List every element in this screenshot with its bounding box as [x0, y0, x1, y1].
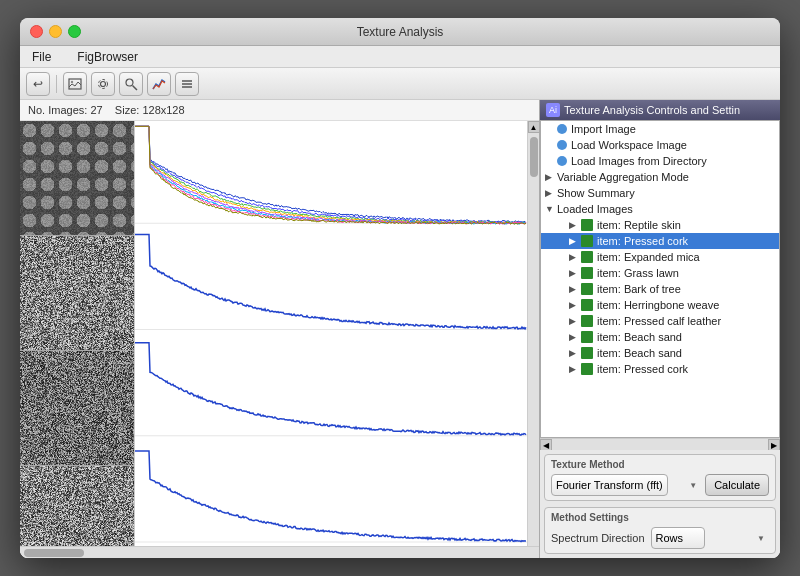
spectrum-direction-select[interactable]: Rows Columns Both	[651, 527, 705, 549]
tree-arrow-icon: ▶	[569, 300, 581, 310]
texture-method-row: Fourier Transform (fft) Wavelet Co-occur…	[551, 474, 769, 496]
toolbar-settings-btn[interactable]	[91, 72, 115, 96]
toolbar-back-btn[interactable]: ↩	[26, 72, 50, 96]
chart-area	[135, 121, 527, 546]
tree-item-variable-aggregation[interactable]: ▶Variable Aggregation Mode	[541, 169, 779, 185]
tree-item-item-herringbone[interactable]: ▶item: Herringbone weave	[541, 297, 779, 313]
texture-method-select[interactable]: Fourier Transform (fft) Wavelet Co-occur…	[551, 474, 668, 496]
spectrum-direction-arrow: ▼	[757, 534, 765, 543]
tree-item-label: item: Beach sand	[597, 347, 682, 359]
tree-cube-icon	[581, 331, 593, 343]
spectrum-direction-label: Spectrum Direction	[551, 532, 645, 544]
tree-cube-icon	[581, 219, 593, 231]
svg-point-1	[71, 80, 73, 82]
texture-method-select-wrap: Fourier Transform (fft) Wavelet Co-occur…	[551, 474, 701, 496]
menu-bar: File FigBrowser	[20, 46, 780, 68]
menu-figbrowser[interactable]: FigBrowser	[71, 48, 144, 66]
tree-item-show-summary[interactable]: ▶Show Summary	[541, 185, 779, 201]
tree-bullet-icon	[557, 140, 567, 150]
tree-bullet-icon	[557, 124, 567, 134]
tree-cube-icon	[581, 283, 593, 295]
tree-cube-icon	[581, 267, 593, 279]
thumbnail-3	[20, 351, 135, 466]
tree-item-item-expanded-mica[interactable]: ▶item: Expanded mica	[541, 249, 779, 265]
toolbar-list-btn[interactable]	[175, 72, 199, 96]
texture-method-label: Texture Method	[551, 459, 769, 470]
tree-item-item-pressed-cork[interactable]: ▶item: Pressed cork	[541, 233, 779, 249]
image-info: No. Images: 27 Size: 128x128	[20, 100, 539, 121]
toolbar-zoom-btn[interactable]	[119, 72, 143, 96]
tree-item-label: Load Workspace Image	[571, 139, 687, 151]
tree-cube-icon	[581, 347, 593, 359]
scroll-up-btn[interactable]: ▲	[528, 121, 540, 133]
bottom-controls: Texture Method Fourier Transform (fft) W…	[540, 450, 780, 558]
graph-area: ▲	[20, 121, 539, 546]
minimize-button[interactable]	[49, 25, 62, 38]
right-panel: Ai Texture Analysis Controls and Settin …	[540, 100, 780, 558]
tree-arrow-icon: ▶	[569, 316, 581, 326]
tree-arrow-icon: ▶	[569, 364, 581, 374]
tree-item-label: item: Pressed calf leather	[597, 315, 721, 327]
tree-item-label: Variable Aggregation Mode	[557, 171, 689, 183]
tree-item-item-reptile[interactable]: ▶item: Reptile skin	[541, 217, 779, 233]
tree-cube-icon	[581, 363, 593, 375]
main-window: Texture Analysis File FigBrowser ↩	[20, 18, 780, 558]
horizontal-scrollbar[interactable]	[20, 546, 539, 558]
tree-item-label: item: Beach sand	[597, 331, 682, 343]
title-bar: Texture Analysis	[20, 18, 780, 46]
svg-point-4	[126, 79, 133, 86]
tree-item-load-workspace[interactable]: Load Workspace Image	[541, 137, 779, 153]
tree-arrow-icon: ▶	[569, 268, 581, 278]
controls-header-title: Texture Analysis Controls and Settin	[564, 104, 740, 116]
svg-rect-0	[69, 79, 81, 89]
traffic-lights	[30, 25, 81, 38]
tree-arrow-icon: ▶	[569, 348, 581, 358]
hscroll-thumb[interactable]	[24, 549, 84, 557]
menu-file[interactable]: File	[26, 48, 57, 66]
tree-item-label: Import Image	[571, 123, 636, 135]
tree-item-item-grass[interactable]: ▶item: Grass lawn	[541, 265, 779, 281]
texture-method-section: Texture Method Fourier Transform (fft) W…	[544, 454, 776, 501]
tree-item-item-beach1[interactable]: ▶item: Beach sand	[541, 329, 779, 345]
tree-cube-icon	[581, 251, 593, 263]
toolbar: ↩	[20, 68, 780, 100]
svg-line-5	[133, 85, 138, 90]
tree-item-item-beach2[interactable]: ▶item: Beach sand	[541, 345, 779, 361]
vertical-scrollbar[interactable]: ▲	[527, 121, 539, 546]
calculate-button[interactable]: Calculate	[705, 474, 769, 496]
tree-arrow-right-icon: ▶	[545, 172, 557, 182]
controls-tree[interactable]: Import ImageLoad Workspace ImageLoad Ima…	[540, 120, 780, 438]
toolbar-chart-btn[interactable]	[147, 72, 171, 96]
tree-item-label: Load Images from Directory	[571, 155, 707, 167]
texture-method-select-arrow: ▼	[689, 481, 697, 490]
close-button[interactable]	[30, 25, 43, 38]
tree-arrow-icon: ▶	[569, 332, 581, 342]
tree-arrow-right-icon: ▶	[545, 188, 557, 198]
controls-header-icon: Ai	[546, 103, 560, 117]
tree-item-label: item: Bark of tree	[597, 283, 681, 295]
tree-item-load-directory[interactable]: Load Images from Directory	[541, 153, 779, 169]
tree-item-item-calf[interactable]: ▶item: Pressed calf leather	[541, 313, 779, 329]
toolbar-image-btn[interactable]	[63, 72, 87, 96]
tree-hscrollbar[interactable]: ◀ ▶	[540, 438, 780, 450]
tree-cube-icon	[581, 235, 593, 247]
tree-arrow-icon: ▶	[569, 252, 581, 262]
maximize-button[interactable]	[68, 25, 81, 38]
thumbnail-4	[20, 466, 135, 546]
tree-item-item-bark[interactable]: ▶item: Bark of tree	[541, 281, 779, 297]
tree-item-label: item: Grass lawn	[597, 267, 679, 279]
tree-item-import-image[interactable]: Import Image	[541, 121, 779, 137]
tree-item-loaded-images[interactable]: ▼Loaded Images	[541, 201, 779, 217]
list-icon	[180, 77, 194, 91]
main-content: No. Images: 27 Size: 128x128	[20, 100, 780, 558]
settings-row: Spectrum Direction Rows Columns Both ▼	[551, 527, 769, 549]
tree-cube-icon	[581, 299, 593, 311]
tree-bullet-icon	[557, 156, 567, 166]
scroll-thumb[interactable]	[530, 137, 538, 177]
tree-arrow-down-icon: ▼	[545, 204, 557, 214]
image-icon	[68, 77, 82, 91]
tree-item-item-cork2[interactable]: ▶item: Pressed cork	[541, 361, 779, 377]
tree-arrow-icon: ▶	[569, 284, 581, 294]
tree-cube-icon	[581, 315, 593, 327]
thumbnail-2	[20, 236, 135, 351]
